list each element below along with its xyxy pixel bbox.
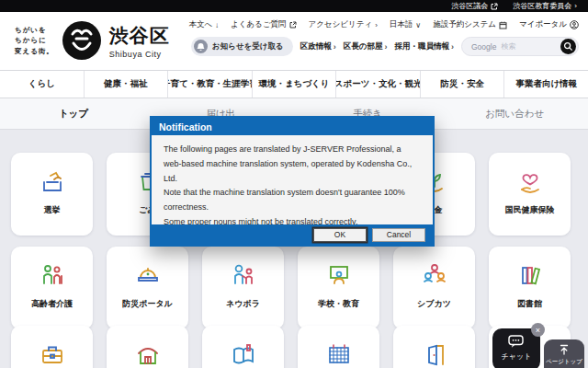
page-top-label: ページトップ	[546, 358, 582, 366]
chat-close-button[interactable]: ×	[531, 323, 545, 337]
dialog-text-line: Note that the machine translation system…	[164, 186, 421, 215]
people-group-icon	[417, 259, 452, 293]
site-brand[interactable]: ちがいを ちからに 変える街。 渋谷区 Shibuya City	[15, 20, 170, 61]
tab-top[interactable]: トップ	[0, 98, 147, 129]
tile-school-education[interactable]: 学校・教育	[298, 247, 379, 329]
tile-label: シブカツ	[417, 298, 451, 310]
arrow-up-bar-icon	[559, 344, 570, 355]
ok-button[interactable]: OK	[313, 228, 367, 242]
city-name-en: Shibuya City	[109, 50, 170, 59]
link-label: 渋谷区教育委員会	[513, 1, 571, 11]
dialog-text-line: The following pages are translated by J-…	[164, 143, 421, 186]
search-engine-label: Google	[471, 42, 496, 52]
tile-label: 図書館	[517, 298, 542, 310]
link-accessibility[interactable]: アクセシビリティ ›	[309, 19, 378, 30]
close-icon: ×	[536, 326, 540, 335]
chat-bubble-icon	[508, 335, 525, 349]
tile-door[interactable]	[393, 326, 475, 368]
tile-label: 学校・教育	[318, 298, 359, 310]
search-button[interactable]	[560, 39, 576, 54]
elderly-care-icon	[35, 259, 70, 293]
nav-childcare-education[interactable]: 子育て・教育・生涯学習	[167, 71, 252, 98]
parent-child-icon	[226, 259, 261, 293]
link-faq[interactable]: よくあるご質問	[231, 19, 297, 30]
external-link-icon	[491, 3, 498, 10]
bell-icon	[194, 40, 208, 53]
shibuya-city-emblem-icon	[62, 20, 102, 61]
helmet-icon	[130, 259, 165, 293]
link-label: 渋谷区議会	[451, 1, 488, 11]
cancel-button[interactable]: Cancel	[372, 228, 425, 242]
tile-elderly-care[interactable]: 高齢者介護	[11, 247, 93, 329]
nav-sports-culture[interactable]: スポーツ・文化・観光	[335, 71, 420, 98]
tile-health-insurance[interactable]: 国民健康保険	[489, 153, 571, 236]
link-city-assembly[interactable]: 渋谷区議会	[451, 1, 498, 11]
tile-label: ネウボラ	[226, 298, 260, 310]
tile-calendar[interactable]	[298, 326, 379, 368]
heart-hand-icon	[513, 165, 548, 200]
translation-notification-dialog: Notification The following pages are tra…	[150, 116, 435, 247]
search-icon	[563, 41, 573, 52]
link-mayors-office[interactable]: 区長の部屋 ›	[344, 41, 388, 52]
link-board-of-education[interactable]: 渋谷区教育委員会 ›	[513, 1, 577, 11]
tile-label: 国民健康保険	[505, 204, 555, 216]
link-skip-to-content[interactable]: 本文へ ↓	[188, 19, 219, 30]
nav-kurashi[interactable]: くらし	[0, 71, 84, 98]
calendar-grid-icon	[322, 338, 356, 368]
door-icon	[417, 338, 452, 368]
chevron-right-icon: ›	[334, 42, 336, 52]
tile-row-3	[11, 326, 571, 368]
dialog-body: The following pages are translated by J-…	[152, 135, 433, 230]
briefcase-icon	[35, 338, 70, 368]
open-book-icon	[226, 338, 261, 368]
tile-label: 防災ポータル	[122, 298, 173, 310]
language-selector[interactable]: 日本語 ∨	[390, 19, 421, 30]
ballot-box-icon	[35, 165, 70, 200]
page-top-button[interactable]: ページトップ	[544, 339, 584, 368]
tile-disaster-portal[interactable]: 防災ポータル	[107, 247, 188, 329]
tile-business[interactable]	[11, 326, 93, 368]
chevron-right-icon: ›	[375, 21, 378, 29]
header-right: 本文へ ↓ よくあるご質問 アクセシビリティ › 日本語 ∨ 施設予約システム	[188, 19, 579, 56]
link-facility-reservation[interactable]: 施設予約システム	[433, 19, 507, 30]
nav-disaster-safety[interactable]: 防災・安全	[420, 71, 504, 98]
tile-neuvola[interactable]: ネウボラ	[202, 247, 284, 329]
calendar-icon	[499, 21, 507, 29]
category-nav: くらし 健康・福祉 子育て・教育・生涯学習 環境・まちづくり スポーツ・文化・観…	[0, 70, 588, 98]
site-header: ちがいを ちからに 変える街。 渋谷区 Shibuya City 本文へ ↓	[0, 12, 588, 70]
tile-housing[interactable]	[107, 326, 188, 368]
tile-library[interactable]: 図書館	[489, 247, 571, 329]
tile-label: 選挙	[44, 204, 61, 216]
nav-environment-town[interactable]: 環境・まちづくり	[252, 71, 336, 98]
books-icon	[513, 259, 548, 293]
chevron-right-icon: ›	[385, 42, 388, 52]
utility-links-row: 本文へ ↓ よくあるご質問 アクセシビリティ › 日本語 ∨ 施設予約システム	[188, 19, 579, 30]
dialog-title-bar: Notification	[152, 118, 433, 135]
nav-health-welfare[interactable]: 健康・福祉	[84, 71, 168, 98]
notifications-subscribe-button[interactable]: お知らせを受け取る	[191, 37, 293, 56]
tile-label: 高齢者介護	[31, 298, 73, 310]
chevron-right-icon: ›	[574, 2, 577, 10]
tile-learning[interactable]	[202, 326, 284, 368]
school-blackboard-icon	[322, 259, 356, 293]
search-placeholder: 検索	[501, 41, 556, 52]
link-recruitment[interactable]: 採用・職員情報 ›	[395, 41, 455, 52]
nav-business-info[interactable]: 事業者向け情報	[503, 71, 588, 98]
link-city-government-info[interactable]: 区政情報 ›	[300, 41, 336, 52]
chevron-right-icon: ›	[451, 42, 454, 52]
house-icon	[130, 338, 165, 368]
top-utility-bar: 渋谷区議会 渋谷区教育委員会 ›	[0, 0, 588, 12]
chevron-down-icon: ∨	[415, 21, 421, 29]
city-tagline: ちがいを ちからに 変える街。	[15, 25, 54, 57]
link-my-portal[interactable]: マイポータル	[519, 19, 579, 30]
dialog-footer: OK Cancel	[152, 224, 433, 245]
tile-shibukatsu[interactable]: シブカツ	[393, 247, 475, 329]
site-search-input[interactable]: Google 検索	[461, 37, 579, 56]
tab-contact[interactable]: お問い合わせ	[441, 98, 588, 129]
city-name-jp: 渋谷区	[109, 23, 170, 49]
person-circle-icon	[570, 20, 579, 29]
arrow-down-icon: ↓	[215, 21, 219, 29]
external-link-icon	[289, 21, 297, 29]
tile-election[interactable]: 選挙	[11, 153, 93, 236]
chat-button-label: チャット	[502, 351, 532, 362]
